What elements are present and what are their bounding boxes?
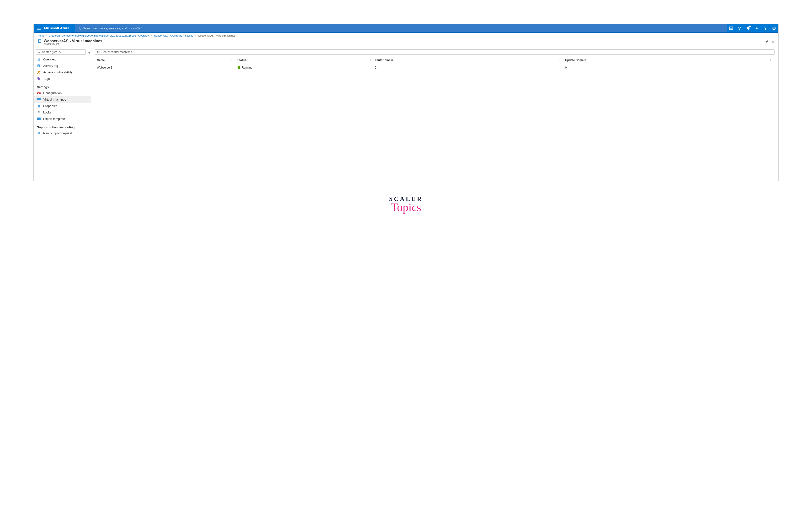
overview-icon: ◎ <box>37 58 41 61</box>
sidebar-item-configuration[interactable]: Configuration <box>34 90 91 96</box>
svg-rect-11 <box>38 65 40 65</box>
notifications-icon[interactable]: 1 <box>744 24 753 32</box>
sidebar-item-export-template[interactable]: Export template <box>34 116 91 122</box>
vm-icon <box>37 98 41 101</box>
cell-update-domain: 0 <box>563 63 775 72</box>
locks-icon <box>37 111 41 114</box>
sidebar-collapse-icon[interactable]: « <box>88 50 90 54</box>
table-row[interactable]: Webserver1 ✓ Running 0 0 <box>95 63 775 72</box>
breadcrumb-current: WebserverAS - Virtual machines <box>198 34 236 37</box>
search-icon <box>97 51 100 54</box>
svg-point-2 <box>756 28 758 29</box>
svg-point-15 <box>39 71 40 72</box>
availability-set-icon <box>37 39 42 43</box>
sidebar-item-activity-log[interactable]: Activity log <box>34 63 91 69</box>
svg-point-20 <box>38 105 39 106</box>
breadcrumb-home[interactable]: Home <box>37 34 44 37</box>
sort-icon[interactable]: ↑↓ <box>769 59 773 61</box>
feedback-icon[interactable] <box>770 24 778 32</box>
page-subtitle: Availability set <box>44 43 765 46</box>
svg-rect-12 <box>38 66 40 66</box>
sidebar-search[interactable]: Search (Ctrl+/) <box>36 50 86 55</box>
cell-status: ✓ Running <box>236 63 373 72</box>
col-name[interactable]: Name ↑↓ <box>95 57 236 63</box>
azure-portal-window: Microsoft Azure Search resources, servic… <box>33 24 779 181</box>
content-body: Search (Ctrl+/) « ◎ Overview Activity lo… <box>34 47 778 181</box>
search-icon <box>77 27 81 30</box>
svg-rect-13 <box>38 66 39 67</box>
cloud-shell-icon[interactable] <box>727 24 735 32</box>
export-template-icon <box>37 117 41 120</box>
topbar: Microsoft Azure Search resources, servic… <box>34 24 778 33</box>
sidebar-section-settings: Settings <box>34 83 91 90</box>
svg-point-3 <box>765 29 766 30</box>
topbar-actions: 1 <box>727 24 778 32</box>
brand-label: Microsoft Azure <box>44 26 75 30</box>
support-icon <box>37 132 41 135</box>
sort-icon[interactable]: ↑↓ <box>230 59 234 61</box>
sort-icon[interactable]: ↑↓ <box>367 59 371 61</box>
cell-fault-domain: 0 <box>373 63 563 72</box>
sidebar-item-tags[interactable]: Tags <box>34 76 91 82</box>
svg-point-25 <box>38 132 40 134</box>
activity-log-icon <box>37 64 41 67</box>
status-ok-icon: ✓ <box>238 66 240 69</box>
svg-point-9 <box>38 51 40 53</box>
vm-search[interactable]: Search virtual machines <box>95 50 775 55</box>
sidebar-section-support: Support + troubleshooting <box>34 123 91 130</box>
vm-table: Name ↑↓ Status ↑↓ Fault Domain ↑↓ Upda <box>95 57 775 72</box>
breadcrumb-item-1[interactable]: Webserver1 - Availability + scaling <box>153 34 193 37</box>
watermark-line2: Topics <box>33 201 779 214</box>
svg-point-14 <box>38 71 39 73</box>
breadcrumb: Home › CreateVm-MicrosoftWindowsServer.W… <box>34 33 778 38</box>
main-panel: Search virtual machines Name ↑↓ Status ↑… <box>91 47 778 181</box>
svg-point-26 <box>97 51 99 53</box>
sidebar-item-overview[interactable]: ◎ Overview <box>34 56 91 63</box>
sidebar-item-new-support-request[interactable]: New support request <box>34 130 91 136</box>
col-fault-domain[interactable]: Fault Domain ↑↓ <box>373 57 563 63</box>
svg-rect-1 <box>729 27 733 30</box>
svg-point-0 <box>78 27 80 29</box>
sidebar-search-placeholder: Search (Ctrl+/) <box>42 50 61 54</box>
svg-rect-18 <box>37 98 40 100</box>
notification-badge: 1 <box>749 25 751 27</box>
iam-icon <box>37 71 41 74</box>
col-update-domain[interactable]: Update Domain ↑↓ <box>563 57 775 63</box>
sidebar-item-iam[interactable]: Access control (IAM) <box>34 69 91 76</box>
search-icon <box>38 51 40 54</box>
help-icon[interactable] <box>761 24 770 32</box>
configuration-icon <box>37 92 41 94</box>
watermark: SCALER Topics <box>33 195 779 214</box>
svg-point-6 <box>775 28 775 28</box>
global-search-placeholder: Search resources, services, and docs (G+… <box>83 27 142 30</box>
global-search[interactable]: Search resources, services, and docs (G+… <box>75 24 727 32</box>
pin-icon[interactable] <box>765 40 769 44</box>
svg-rect-23 <box>38 112 40 114</box>
sidebar-item-properties[interactable]: Properties <box>34 103 91 109</box>
vm-search-placeholder: Search virtual machines <box>101 50 132 54</box>
svg-point-4 <box>773 27 776 30</box>
svg-point-5 <box>773 28 774 28</box>
tags-icon <box>37 77 41 81</box>
svg-point-16 <box>38 78 38 78</box>
directory-filter-icon[interactable] <box>735 24 744 32</box>
hamburger-menu[interactable] <box>34 24 44 32</box>
page-header: WebserverAS - Virtual machines Availabil… <box>34 38 778 47</box>
svg-point-22 <box>39 105 40 106</box>
col-status[interactable]: Status ↑↓ <box>236 57 373 63</box>
sidebar-item-virtual-machines[interactable]: Virtual machines <box>34 96 91 103</box>
sidebar: Search (Ctrl+/) « ◎ Overview Activity lo… <box>34 47 91 181</box>
breadcrumb-item-0[interactable]: CreateVm-MicrosoftWindowsServer.WindowsS… <box>49 34 149 37</box>
close-icon[interactable] <box>772 40 775 44</box>
sort-icon[interactable]: ↑↓ <box>557 59 561 61</box>
sidebar-item-locks[interactable]: Locks <box>34 109 91 116</box>
cell-name: Webserver1 <box>95 63 236 72</box>
svg-point-21 <box>39 106 39 107</box>
svg-rect-8 <box>39 40 40 42</box>
settings-icon[interactable] <box>753 24 761 32</box>
svg-rect-19 <box>38 101 39 101</box>
properties-icon <box>37 104 41 108</box>
